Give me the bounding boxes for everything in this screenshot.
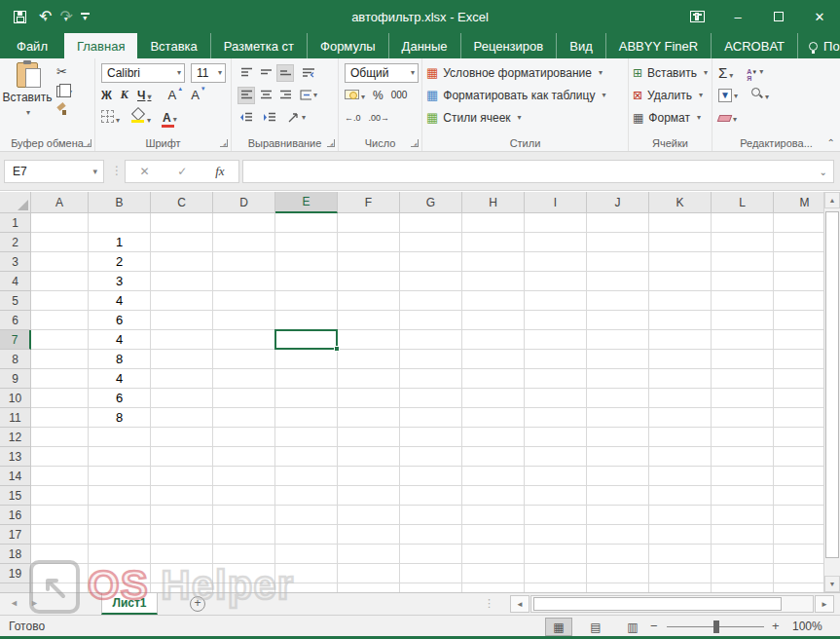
tab-вставка[interactable]: Вставка [137,33,209,58]
bold-button[interactable]: Ж [101,89,112,102]
cell-C7[interactable] [151,330,213,350]
cell-K17[interactable] [649,525,712,545]
cell-J1[interactable] [587,213,649,233]
column-header-L[interactable]: L [712,192,774,213]
cell-K10[interactable] [649,389,712,408]
ribbon-display-options-button[interactable] [676,0,717,33]
column-header-H[interactable]: H [462,192,525,213]
cell-B16[interactable] [89,506,151,525]
cell-J13[interactable] [587,447,649,467]
cell-H13[interactable] [462,447,525,467]
cell-H17[interactable] [462,525,525,545]
close-button[interactable]: ✕ [799,0,840,33]
cell-A12[interactable] [31,428,89,447]
cell-I6[interactable] [525,311,587,330]
cell-B8[interactable]: 8 [89,350,151,369]
maximize-button[interactable] [758,0,799,33]
cell-F17[interactable] [338,525,400,545]
borders-button[interactable] [101,110,120,126]
cell-I1[interactable] [525,213,587,233]
cell-B20[interactable] [89,583,151,592]
name-box-dropdown-icon[interactable]: ▾ [92,167,97,176]
cell-D8[interactable] [213,350,275,369]
cell-K12[interactable] [649,428,712,447]
cell-E18[interactable] [275,545,338,564]
cell-I7[interactable] [525,330,587,350]
cell-D11[interactable] [213,408,275,428]
cell-E16[interactable] [275,506,338,525]
cell-L1[interactable] [712,213,774,233]
cell-E9[interactable] [275,369,338,389]
cell-E2[interactable] [275,233,338,252]
cell-G16[interactable] [400,506,462,525]
cell-H4[interactable] [462,272,525,291]
cell-D5[interactable] [213,291,275,311]
cell-D12[interactable] [213,428,275,447]
view-page-layout-button[interactable]: ▤ [582,618,609,636]
cell-M1[interactable] [774,213,823,233]
cell-D16[interactable] [213,506,275,525]
cell-L14[interactable] [712,467,774,486]
cell-K4[interactable] [649,272,712,291]
cell-G15[interactable] [400,486,462,506]
cell-J19[interactable] [587,564,649,583]
tab-главная[interactable]: Главная [64,33,137,58]
font-dialog-launcher[interactable] [220,139,228,147]
scroll-left-icon[interactable]: ◄ [510,595,530,613]
cell-I3[interactable] [525,252,587,272]
cell-E13[interactable] [275,447,338,467]
cell-G9[interactable] [400,369,462,389]
cell-D19[interactable] [213,564,275,583]
column-header-C[interactable]: C [151,192,213,213]
cell-K15[interactable] [649,486,712,506]
cell-F14[interactable] [338,467,400,486]
cell-D7[interactable] [213,330,275,350]
cell-H20[interactable] [462,583,525,592]
row-header-17[interactable]: 17 [0,525,31,545]
cell-F18[interactable] [338,545,400,564]
cell-E10[interactable] [275,389,338,408]
decrease-decimal-button[interactable]: .00→ [369,113,390,123]
cell-K2[interactable] [649,233,712,252]
cell-F5[interactable] [338,291,400,311]
view-page-break-button[interactable]: ▥ [619,618,646,636]
cell-G7[interactable] [400,330,462,350]
wrap-text-button[interactable] [300,64,317,82]
cell-H5[interactable] [462,291,525,311]
cell-M19[interactable] [774,564,823,583]
cell-L15[interactable] [712,486,774,506]
cell-L17[interactable] [712,525,774,545]
zoom-level[interactable]: 100% [792,620,822,633]
column-header-E[interactable]: E [275,192,338,213]
cell-C8[interactable] [151,350,213,369]
horizontal-scrollbar[interactable] [530,595,814,613]
cell-L18[interactable] [712,545,774,564]
cell-H3[interactable] [462,252,525,272]
cell-K6[interactable] [649,311,712,330]
tab-файл[interactable]: Файл [0,33,64,58]
cell-H2[interactable] [462,233,525,252]
cell-D4[interactable] [213,272,275,291]
cell-H9[interactable] [462,369,525,389]
clipboard-dialog-launcher[interactable] [84,139,91,147]
cell-A16[interactable] [31,506,89,525]
cell-C19[interactable] [151,564,213,583]
cell-styles-button[interactable]: ▦ Стили ячеек [426,106,625,129]
cell-I9[interactable] [525,369,587,389]
row-header-3[interactable]: 3 [0,252,31,272]
cell-K19[interactable] [649,564,712,583]
align-left-button[interactable] [237,87,255,104]
row-header-2[interactable]: 2 [0,233,31,252]
cell-I12[interactable] [525,428,587,447]
cell-I2[interactable] [525,233,587,252]
cell-I5[interactable] [525,291,587,311]
cell-E6[interactable] [275,311,338,330]
cell-D6[interactable] [213,311,275,330]
cell-I17[interactable] [525,525,587,545]
merge-center-button[interactable] [300,87,317,104]
row-header-16[interactable]: 16 [0,506,31,525]
cell-C12[interactable] [151,428,213,447]
cell-K20[interactable] [649,583,712,592]
increase-indent-button[interactable] [261,109,278,127]
cell-C6[interactable] [151,311,213,330]
